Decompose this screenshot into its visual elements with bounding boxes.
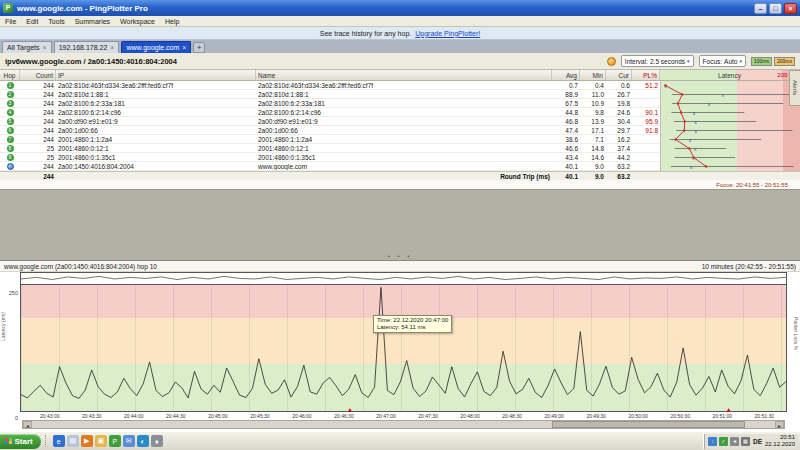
tab-www-google-com[interactable]: www.google.com×: [121, 41, 191, 53]
y-min-label: 0: [15, 415, 18, 421]
splitter-handle[interactable]: • • •: [388, 253, 413, 259]
x-axis-label: 20:44:30: [166, 413, 185, 419]
alert-marker-icon[interactable]: ▲: [725, 406, 732, 413]
min-cell: 7.1: [580, 136, 606, 143]
internet-explorer-icon[interactable]: e: [53, 435, 65, 447]
min-cell: 13.9: [580, 118, 606, 125]
hop-cell: 7: [0, 136, 20, 143]
alerts-side-tab[interactable]: Alerts: [789, 70, 800, 106]
pingplotter-icon[interactable]: P: [109, 435, 121, 447]
hop-number-badge: 1: [7, 82, 14, 89]
quick-launch-bar: e▤▶▣P✉◐♦: [53, 435, 163, 447]
menu-item-workspace[interactable]: Workspace: [115, 18, 160, 25]
pingplotter-window: P www.google.com - PingPlotter Pro – □ ×…: [0, 0, 800, 450]
scroll-right-icon[interactable]: ►: [775, 421, 784, 428]
header-min[interactable]: Min: [580, 70, 606, 80]
title-bar[interactable]: P www.google.com - PingPlotter Pro – □ ×: [0, 0, 800, 16]
round-trip-label: Round Trip (ms): [56, 173, 552, 180]
minimize-button[interactable]: –: [754, 3, 767, 14]
menu-item-tools[interactable]: Tools: [43, 18, 69, 25]
close-tab-icon[interactable]: ×: [110, 44, 114, 51]
chevron-down-icon: ▾: [739, 58, 742, 64]
cur-cell: 44.2: [606, 154, 632, 161]
name-cell: 2a00:df90:e91:e01:9: [256, 118, 552, 125]
timeline-plot[interactable]: Time: 22.12.2020 20:47:00 Latency: 54.11…: [20, 284, 787, 412]
header-pl[interactable]: PL%: [632, 70, 660, 80]
scroll-thumb[interactable]: [552, 421, 745, 428]
new-tab-button[interactable]: +: [193, 42, 205, 53]
min-cell: 14.6: [580, 154, 606, 161]
tab-192-168-178-22[interactable]: 192.168.178.22×: [54, 41, 120, 53]
close-button[interactable]: ×: [784, 3, 797, 14]
focus-dropdown[interactable]: Focus: Auto ▾: [699, 55, 746, 67]
packet-loss-axis-label: Packet Loss %: [793, 317, 799, 350]
x-axis-label: 20:49:00: [544, 413, 563, 419]
close-tab-icon[interactable]: ×: [43, 44, 47, 51]
alert-marker-icon[interactable]: ▲: [346, 406, 353, 413]
interval-label: Interval:: [625, 58, 648, 65]
hop-number-badge: 4: [7, 109, 14, 116]
update-icon[interactable]: ↓: [708, 437, 717, 446]
upgrade-link[interactable]: Upgrade PingPlotter!: [415, 30, 480, 37]
latency-color-legend: 100ms200ms: [751, 57, 795, 66]
shield-icon[interactable]: ✓: [719, 437, 728, 446]
header-cur[interactable]: Cur: [606, 70, 632, 80]
x-axis-label: 20:43:00: [40, 413, 59, 419]
timeline-overview-strip[interactable]: [20, 272, 787, 284]
language-indicator[interactable]: DE: [753, 438, 762, 445]
timeline-scrollbar[interactable]: ◄ ►: [22, 420, 785, 429]
header-name[interactable]: Name: [256, 70, 552, 80]
min-cell: 10.9: [580, 100, 606, 107]
menu-item-summaries[interactable]: Summaries: [70, 18, 115, 25]
min-cell: 0.4: [580, 82, 606, 89]
name-cell: 2001:4860:0:12:1: [256, 145, 552, 152]
avg-cell: 43.4: [552, 154, 580, 161]
folder-icon[interactable]: ▣: [95, 435, 107, 447]
timeline-left-axis: Latency (ms) 250 0: [0, 272, 20, 431]
min-cell: 9.0: [580, 163, 606, 170]
hop-number-badge: 2: [7, 91, 14, 98]
tab-all-targets[interactable]: All Targets×: [2, 41, 52, 53]
timeline-right-axis: Packet Loss %: [787, 272, 800, 431]
focus-label: Focus:: [703, 58, 723, 65]
table-header-row[interactable]: Hop Count IP Name Avg Min Cur PL% Latenc…: [0, 70, 800, 81]
x-axis-label: 20:45:30: [250, 413, 269, 419]
start-button[interactable]: Start: [0, 434, 41, 449]
browser-icon[interactable]: ◐: [137, 435, 149, 447]
header-latency[interactable]: Latency 200 ms: [660, 70, 800, 80]
tool-icon[interactable]: ♦: [151, 435, 163, 447]
ip-cell: 2001:4860:0:12:1: [56, 145, 256, 152]
volume-icon[interactable]: ◄: [730, 437, 739, 446]
show-desktop-icon[interactable]: ▤: [67, 435, 79, 447]
focus-range-text: Focus: 20:41:55 - 20:51:55: [716, 182, 788, 188]
header-avg[interactable]: Avg: [552, 70, 580, 80]
latency-minigraph[interactable]: xxxxxxxxxx: [660, 81, 800, 171]
x-axis-label: 20:43:30: [82, 413, 101, 419]
interval-value: 2.5 seconds: [650, 58, 685, 65]
ip-cell: 2001:4860:0:1:35c1: [56, 154, 256, 161]
interval-dropdown[interactable]: Interval: 2.5 seconds ▾: [621, 55, 694, 67]
round-trip-avg: 40.1: [552, 173, 580, 180]
header-ip[interactable]: IP: [56, 70, 256, 80]
network-icon[interactable]: ▦: [741, 437, 750, 446]
mail-icon[interactable]: ✉: [123, 435, 135, 447]
scroll-track[interactable]: [32, 421, 775, 428]
hop-number-badge: 3: [7, 100, 14, 107]
timeline-title-bar[interactable]: www.google.com (2a00:1450:4016:804:2004)…: [0, 261, 800, 272]
hop-number-badge: 7: [7, 136, 14, 143]
timeline-range-label: 10 minutes (20:42:55 - 20:51:55): [702, 263, 796, 270]
menu-item-help[interactable]: Help: [160, 18, 184, 25]
header-count[interactable]: Count: [20, 70, 56, 80]
media-player-icon[interactable]: ▶: [81, 435, 93, 447]
count-cell: 244: [20, 136, 56, 143]
scroll-left-icon[interactable]: ◄: [23, 421, 32, 428]
maximize-button[interactable]: □: [769, 3, 782, 14]
hop-cell: 9: [0, 154, 20, 161]
header-hop[interactable]: Hop: [0, 70, 20, 80]
menu-item-edit[interactable]: Edit: [21, 18, 43, 25]
tray-icons: ↓✓◄▦: [708, 437, 750, 446]
count-cell: 244: [20, 100, 56, 107]
close-tab-icon[interactable]: ×: [182, 44, 186, 51]
interval-timer-icon[interactable]: [607, 57, 616, 66]
menu-item-file[interactable]: File: [0, 18, 21, 25]
